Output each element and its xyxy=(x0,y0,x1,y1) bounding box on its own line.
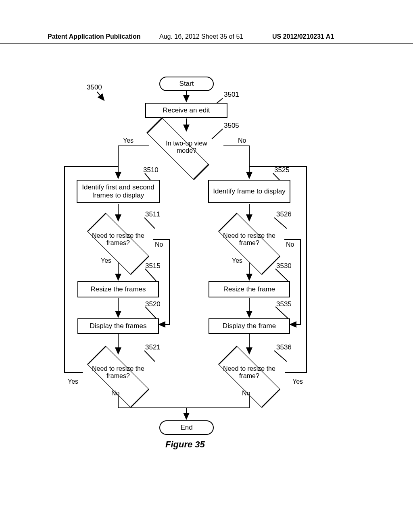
start-label: Start xyxy=(179,80,194,88)
ref-3536: 3536 xyxy=(276,343,292,351)
no-3521: No xyxy=(111,390,119,397)
flowchart: Start 3500 3501 Receive an edit 3505 In … xyxy=(0,0,413,532)
yes-3521: Yes xyxy=(68,378,78,385)
yes-two-up: Yes xyxy=(123,137,133,144)
decision-resize-frames-2 xyxy=(87,346,149,408)
yes-3536: Yes xyxy=(292,378,303,385)
process-display-frame: Display the frame xyxy=(209,318,290,334)
ref-3521: 3521 xyxy=(145,343,161,351)
svg-line-22 xyxy=(274,351,287,362)
svg-line-21 xyxy=(144,351,155,362)
process-resize-frames: Resize the frames xyxy=(77,281,159,297)
no-3511: No xyxy=(155,241,163,248)
ref-3511: 3511 xyxy=(145,210,161,218)
text-resize-frame: Resize the frame xyxy=(223,285,275,293)
ref-3520: 3520 xyxy=(145,300,161,308)
yes-3511: Yes xyxy=(101,257,111,264)
svg-line-9 xyxy=(144,218,155,229)
ref-3526: 3526 xyxy=(276,210,292,218)
end-terminal: End xyxy=(159,420,214,435)
text-receive-edit: Receive an edit xyxy=(163,106,210,114)
svg-line-18 xyxy=(275,307,288,318)
process-identify-two: Identify first and second frames to disp… xyxy=(77,180,160,203)
text-display-frames: Display the frames xyxy=(90,322,147,330)
ref-3515: 3515 xyxy=(145,262,161,270)
svg-line-10 xyxy=(274,218,287,229)
yes-3526: Yes xyxy=(232,257,242,264)
ref-3505: 3505 xyxy=(224,122,239,130)
ref-3510: 3510 xyxy=(143,166,159,174)
decision-resize-frames-1 xyxy=(87,213,149,275)
decision-resize-frame-2 xyxy=(218,346,280,408)
process-identify-one: Identify frame to display xyxy=(208,180,290,203)
svg-line-14 xyxy=(275,269,288,281)
text-display-frame: Display the frame xyxy=(223,322,276,330)
svg-line-3 xyxy=(212,129,223,139)
no-two-up: No xyxy=(238,137,246,144)
ref-3535: 3535 xyxy=(276,300,292,308)
ref-3501: 3501 xyxy=(224,91,239,99)
start-terminal: Start xyxy=(159,77,214,91)
page: Patent Application Publication Aug. 16, … xyxy=(0,0,413,532)
no-3526: No xyxy=(286,241,294,248)
svg-line-17 xyxy=(145,307,156,318)
ref-3525: 3525 xyxy=(274,166,290,174)
ref-3500: 3500 xyxy=(87,83,102,91)
figure-caption: Figure 35 xyxy=(165,439,205,450)
no-3536: No xyxy=(242,390,250,397)
ref-3530: 3530 xyxy=(276,262,292,270)
end-label: End xyxy=(180,424,192,432)
svg-line-4 xyxy=(97,92,104,100)
decision-resize-frame-1 xyxy=(218,213,280,275)
process-display-frames: Display the frames xyxy=(77,318,159,334)
svg-line-13 xyxy=(145,269,156,281)
process-receive-edit: Receive an edit xyxy=(145,103,227,118)
text-identify-two: Identify first and second frames to disp… xyxy=(80,183,156,200)
process-resize-frame: Resize the frame xyxy=(209,281,290,297)
text-resize-frames: Resize the frames xyxy=(91,285,146,293)
text-identify-one: Identify frame to display xyxy=(213,187,286,195)
